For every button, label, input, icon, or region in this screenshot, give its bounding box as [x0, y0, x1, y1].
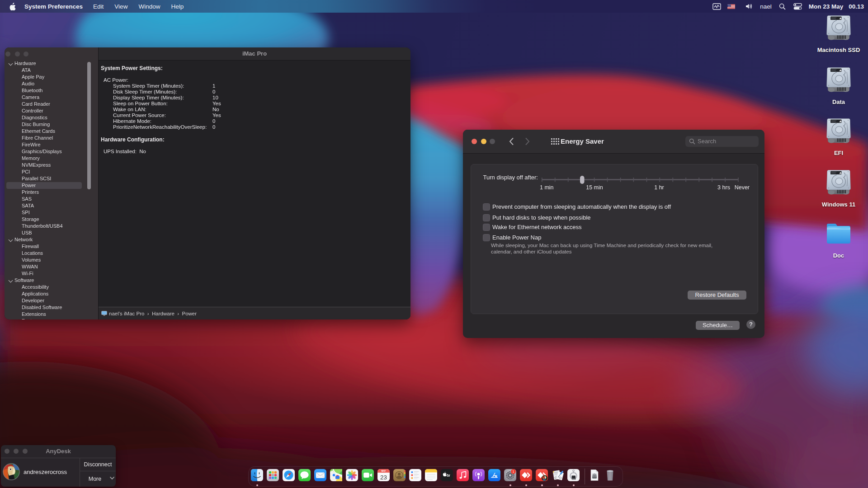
svg-text:23: 23	[380, 474, 387, 481]
svg-text:tv: tv	[447, 473, 450, 478]
svg-text:MAY: MAY	[382, 470, 386, 472]
svg-text:1: 1	[513, 470, 514, 473]
